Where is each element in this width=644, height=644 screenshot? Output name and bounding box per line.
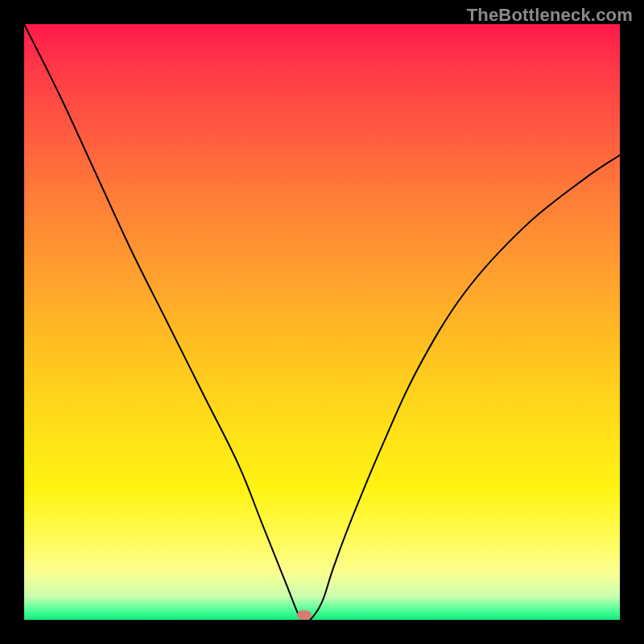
minimum-marker bbox=[297, 610, 312, 620]
bottleneck-curve bbox=[24, 24, 620, 620]
curve-svg bbox=[24, 24, 620, 620]
chart-frame: TheBottleneck.com bbox=[0, 0, 644, 644]
plot-area bbox=[24, 24, 620, 620]
watermark-text: TheBottleneck.com bbox=[467, 5, 633, 26]
